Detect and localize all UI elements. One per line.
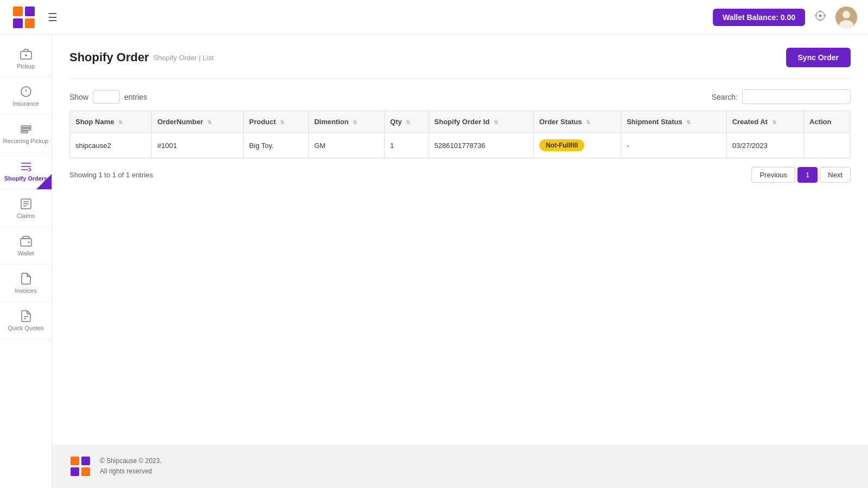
- col-created-at[interactable]: Created At ⇅: [726, 111, 803, 133]
- svg-rect-21: [21, 131, 28, 133]
- wallet-icon: [20, 235, 33, 248]
- sort-icon-product: ⇅: [280, 119, 284, 125]
- breadcrumb-separator: |: [199, 54, 201, 62]
- showing-text: Showing 1 to 1 of 1 entries: [69, 171, 153, 179]
- footer-rights: All rights reserved: [100, 466, 162, 477]
- avatar[interactable]: [835, 7, 857, 28]
- page-title: Shopify Order: [69, 50, 149, 65]
- sync-order-button[interactable]: Sync Order: [786, 48, 851, 67]
- cell-qty: 1: [385, 133, 429, 158]
- svg-rect-0: [13, 7, 23, 16]
- insurance-icon: [20, 85, 33, 98]
- sidebar-label-shopify-orders: Shopify Orders: [4, 175, 47, 182]
- quick-quotes-icon: [20, 310, 33, 323]
- col-shop-name[interactable]: Shop Name ⇅: [70, 111, 152, 133]
- cell-shop-name: shipcause2: [70, 133, 152, 158]
- sort-icon-shop-name: ⇅: [118, 119, 123, 125]
- svg-point-11: [843, 11, 850, 18]
- svg-point-9: [819, 15, 821, 17]
- invoices-icon: [20, 272, 33, 285]
- cell-action: [804, 133, 851, 158]
- search-input[interactable]: [742, 89, 851, 104]
- sidebar-item-recurring-pickup[interactable]: Recurring Pickup: [0, 115, 52, 152]
- logo[interactable]: [11, 4, 37, 30]
- main-content: Shopify Order Shopify Order | List Sync …: [52, 35, 868, 488]
- svg-rect-3: [25, 18, 35, 28]
- cell-shopify-order-id: 5286101778736: [429, 133, 533, 158]
- svg-rect-36: [81, 467, 90, 476]
- sidebar: Pickup Insurance Recurring Pickup: [0, 35, 52, 488]
- sort-icon-order-number: ⇅: [207, 119, 212, 125]
- footer: © Shipcause © 2023. All rights reserved: [52, 445, 868, 488]
- search-area: Search:: [712, 89, 851, 104]
- pickup-icon: [20, 48, 33, 61]
- navbar: ☰ Wallet Balance: 0.00: [0, 0, 868, 35]
- pagination-area: Showing 1 to 1 of 1 entries Previous 1 N…: [69, 167, 851, 183]
- footer-logo: [69, 455, 91, 477]
- table-header: Shop Name ⇅ OrderNumber ⇅ Product ⇅ Di: [70, 111, 851, 133]
- shopify-orders-icon: [20, 160, 33, 173]
- col-order-number[interactable]: OrderNumber ⇅: [152, 111, 244, 133]
- svg-rect-34: [81, 457, 90, 465]
- previous-button[interactable]: Previous: [751, 167, 795, 183]
- show-entries-input[interactable]: 10: [93, 90, 120, 104]
- sidebar-label-quick-quotes: Quick Quotes: [8, 325, 44, 331]
- sidebar-label-recurring-pickup: Recurring Pickup: [3, 138, 49, 144]
- sidebar-label-pickup: Pickup: [17, 63, 35, 69]
- table-row: shipcause2 #1001 Big Toy. GM 1 528610177…: [70, 133, 851, 158]
- sort-icon-dimension: ⇅: [353, 119, 357, 125]
- cell-product: Big Toy.: [244, 133, 309, 158]
- svg-point-18: [25, 94, 26, 94]
- sidebar-label-insurance: Insurance: [12, 100, 39, 107]
- data-table: Shop Name ⇅ OrderNumber ⇅ Product ⇅ Di: [69, 111, 851, 158]
- footer-text: © Shipcause © 2023. All rights reserved: [100, 456, 162, 477]
- sidebar-label-wallet: Wallet: [17, 250, 34, 256]
- search-label: Search:: [712, 93, 738, 101]
- sidebar-item-quick-quotes[interactable]: Quick Quotes: [0, 302, 52, 339]
- col-order-status[interactable]: Order Status ⇅: [534, 111, 621, 133]
- page-1-button[interactable]: 1: [797, 167, 818, 183]
- sidebar-item-invoices[interactable]: Invoices: [0, 265, 52, 302]
- sort-icon-shopify-order-id: ⇅: [494, 119, 498, 125]
- col-product[interactable]: Product ⇅: [244, 111, 309, 133]
- sidebar-item-claims[interactable]: Claims: [0, 190, 52, 227]
- footer-copyright: © Shipcause © 2023.: [100, 456, 162, 466]
- cell-dimension: GM: [309, 133, 385, 158]
- sort-icon-created-at: ⇅: [772, 119, 776, 125]
- show-label: Show: [69, 93, 88, 101]
- hamburger-button[interactable]: ☰: [48, 11, 58, 24]
- sidebar-label-invoices: Invoices: [15, 287, 36, 294]
- col-shopify-order-id[interactable]: Shopify Order Id ⇅: [429, 111, 533, 133]
- navbar-left: ☰: [11, 4, 58, 30]
- breadcrumb-parent[interactable]: Shopify Order: [154, 54, 197, 62]
- entries-label: entries: [124, 93, 147, 101]
- sidebar-item-pickup[interactable]: Pickup: [0, 40, 52, 78]
- sidebar-item-insurance[interactable]: Insurance: [0, 78, 52, 115]
- next-button[interactable]: Next: [820, 167, 851, 183]
- sort-icon-qty: ⇅: [406, 119, 410, 125]
- crosshair-icon[interactable]: [814, 9, 827, 25]
- show-entries-control: Show 10 entries: [69, 90, 147, 104]
- page-title-area: Shopify Order Shopify Order | List: [69, 50, 214, 65]
- table-body: shipcause2 #1001 Big Toy. GM 1 528610177…: [70, 133, 851, 158]
- col-qty[interactable]: Qty ⇅: [385, 111, 429, 133]
- sort-icon-order-status: ⇅: [586, 119, 590, 125]
- wallet-balance-button[interactable]: Wallet Balance: 0.00: [713, 9, 805, 26]
- svg-rect-20: [21, 129, 31, 130]
- col-action: Action: [804, 111, 851, 133]
- claims-icon: [20, 197, 33, 210]
- svg-rect-29: [21, 239, 31, 246]
- order-status-badge: Not-Fullfill: [539, 139, 584, 151]
- cell-order-status: Not-Fullfill: [534, 133, 621, 158]
- layout: Pickup Insurance Recurring Pickup: [0, 35, 868, 488]
- table-controls: Show 10 entries Search:: [69, 89, 851, 104]
- sidebar-label-claims: Claims: [17, 213, 35, 219]
- col-dimension[interactable]: Dimention ⇅: [309, 111, 385, 133]
- col-shipment-status[interactable]: Shipment Status ⇅: [621, 111, 726, 133]
- svg-rect-35: [71, 467, 79, 476]
- cell-created-at: 03/27/2023: [726, 133, 803, 158]
- recurring-pickup-icon: [20, 123, 33, 136]
- sidebar-item-wallet[interactable]: Wallet: [0, 227, 52, 265]
- sort-icon-shipment-status: ⇅: [686, 119, 691, 125]
- sidebar-item-shopify-orders[interactable]: Shopify Orders: [0, 152, 52, 190]
